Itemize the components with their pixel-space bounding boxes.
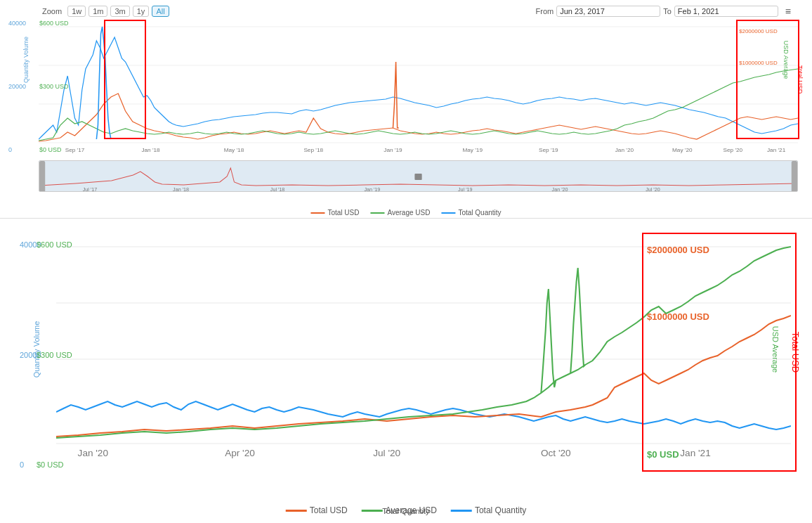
legend-total-qty-line [441, 212, 455, 214]
zoom-1m[interactable]: 1m [89, 6, 107, 17]
date-controls: From To ≡ [536, 6, 791, 17]
legend-bottom-avg-usd-line [362, 510, 383, 512]
svg-text:Jan '21: Jan '21 [767, 147, 786, 153]
from-label: From [536, 7, 554, 15]
svg-text:Jan '18: Jan '18 [141, 147, 160, 153]
legend-total-usd: Total USD [310, 209, 359, 217]
svg-text:Jan '21: Jan '21 [680, 448, 710, 458]
bottom-y-green-ticks: $600 USD $300 USD $0 USD [37, 240, 72, 469]
svg-text:Jan '20: Jan '20 [78, 448, 108, 458]
top-chart-svg: 40000 20000 0 $600 USD $300 USD $0 USD S… [39, 20, 798, 157]
legend-bottom-total-qty-label: Total Quantity [475, 505, 526, 515]
svg-text:Jan '20: Jan '20 [615, 147, 634, 153]
svg-text:Jan '19: Jan '19 [364, 187, 380, 192]
total-quantity-footer: Total Quantity [382, 507, 429, 515]
legend-total-qty: Total Quantity [441, 209, 501, 217]
svg-text:May '18: May '18 [224, 147, 244, 153]
legend-bottom-total-qty: Total Quantity [451, 505, 526, 515]
tick-40000: 40000 [8, 20, 26, 27]
svg-text:Jan '20: Jan '20 [552, 187, 568, 192]
from-date-input[interactable] [556, 6, 660, 17]
legend-total-usd-label: Total USD [327, 209, 359, 217]
legend-bottom-total-usd-line [286, 510, 307, 512]
legend-bottom-total-qty-line [451, 510, 472, 512]
svg-text:Jan '19: Jan '19 [384, 147, 402, 153]
legend-avg-usd-line [370, 212, 384, 214]
bottom-green-0: $0 USD [37, 460, 72, 469]
svg-rect-30 [414, 174, 421, 180]
zoom-1w[interactable]: 1w [67, 6, 86, 17]
zoom-3m[interactable]: 3m [110, 6, 129, 17]
navigator-area[interactable]: Jul '17 Jan '18 Jul '18 Jan '19 Jul '19 … [39, 160, 798, 192]
svg-text:Sep '19: Sep '19 [539, 147, 558, 153]
zoom-label: Zoom [42, 7, 62, 15]
legend-bottom-total-usd: Total USD [286, 505, 348, 515]
zoom-controls: Zoom 1w 1m 3m 1y All [42, 6, 169, 17]
rotated-label-top: Total USD [797, 65, 804, 94]
top-main-chart: 40000 20000 0 $600 USD $300 USD $0 USD S… [39, 20, 798, 157]
bottom-green-300: $300 USD [37, 351, 72, 359]
bottom-green-600: $600 USD [37, 240, 72, 249]
svg-text:Apr '20: Apr '20 [225, 448, 255, 458]
green-600: $600 USD [39, 20, 69, 27]
top-chart-container: Zoom 1w 1m 3m 1y All From To ≡ Quantity … [0, 0, 812, 218]
svg-text:Sep '20: Sep '20 [723, 147, 743, 153]
legend-top: Total USD Average USD Total Quantity [310, 209, 501, 217]
to-label: To [663, 7, 672, 15]
bottom-chart-svg: 40000 20000 0 $600 USD $300 USD $0 USD $… [56, 233, 791, 465]
zoom-all[interactable]: All [152, 6, 169, 17]
to-date-input[interactable] [674, 6, 778, 17]
bottom-main-chart: 40000 20000 0 $600 USD $300 USD $0 USD $… [56, 233, 791, 465]
svg-text:May '19: May '19 [462, 147, 483, 153]
tick-20000: 20000 [8, 83, 26, 90]
svg-text:Jan '18: Jan '18 [173, 187, 189, 192]
svg-text:May '20: May '20 [672, 147, 693, 153]
green-0: $0 USD [39, 146, 69, 153]
svg-rect-29 [792, 161, 797, 192]
navigator-svg: Jul '17 Jan '18 Jul '18 Jan '19 Jul '19 … [39, 161, 797, 192]
svg-text:Jul '18: Jul '18 [270, 187, 285, 192]
svg-text:Sep '18: Sep '18 [303, 147, 323, 153]
svg-text:Jul '20: Jul '20 [373, 448, 400, 458]
legend-avg-usd-label: Average USD [387, 209, 430, 217]
bottom-chart-container: Quantity Volume USD Average 40000 20000 … [0, 219, 812, 521]
top-y-left-ticks: 40000 20000 0 [8, 20, 26, 153]
svg-text:Oct '20: Oct '20 [541, 448, 571, 458]
top-y-green-ticks: $600 USD $300 USD $0 USD [39, 20, 69, 153]
legend-bottom-total-usd-label: Total USD [310, 505, 348, 515]
zoom-1y[interactable]: 1y [133, 6, 150, 17]
hamburger-icon[interactable]: ≡ [785, 6, 791, 17]
bottom-rotated-label: Total USD [790, 332, 801, 373]
svg-text:Jul '17: Jul '17 [83, 187, 98, 192]
svg-text:Jul '20: Jul '20 [646, 187, 660, 192]
tick-0: 0 [8, 146, 26, 153]
legend-total-qty-label: Total Quantity [458, 209, 501, 217]
legend-total-usd-line [310, 212, 325, 214]
green-300: $300 USD [39, 83, 69, 90]
svg-rect-28 [39, 161, 45, 192]
svg-text:Jul '19: Jul '19 [458, 187, 473, 192]
legend-avg-usd: Average USD [370, 209, 430, 217]
